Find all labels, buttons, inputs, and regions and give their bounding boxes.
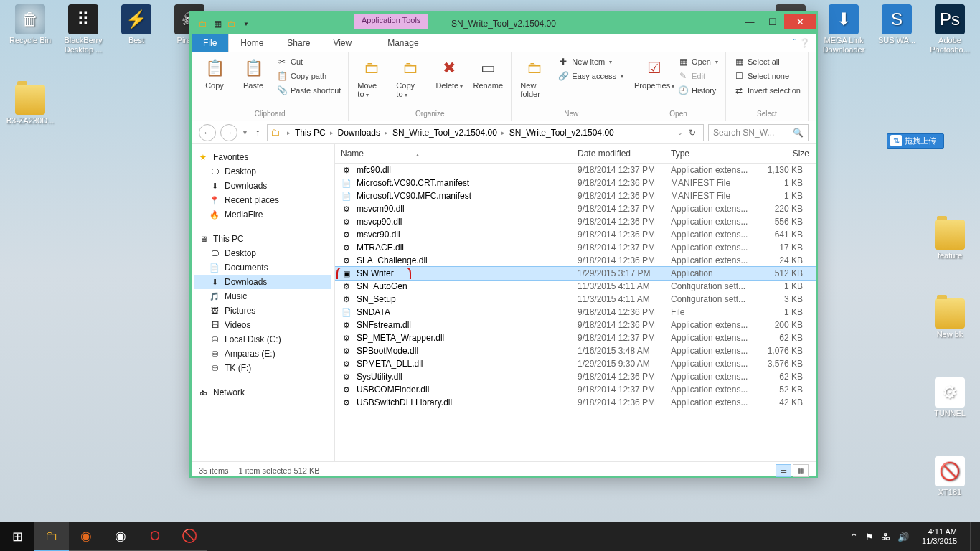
titlebar[interactable]: 🗀 ▦ 🗀 ▼ Application Tools SN_Write_Tool_…	[192, 14, 816, 34]
search-input[interactable]: Search SN_W...🔍	[708, 124, 809, 141]
file-row[interactable]: ⚙mfc90.dll9/18/2014 12:37 PMApplication …	[335, 164, 816, 176]
tab-share[interactable]: Share	[275, 34, 321, 52]
properties-button[interactable]: ☑Properties▾	[637, 55, 672, 91]
tab-file[interactable]: File	[192, 34, 228, 52]
copy-to-button[interactable]: 🗀Copy to▾	[393, 55, 428, 100]
paste-shortcut-button[interactable]: 📎Paste shortcut	[275, 84, 342, 97]
file-row[interactable]: ⚙SLA_Challenge.dll9/18/2014 12:36 PMAppl…	[335, 254, 816, 267]
refresh-button[interactable]: ↻	[684, 128, 700, 138]
file-row[interactable]: ⚙SN_AutoGen11/3/2015 4:11 AMConfiguratio…	[335, 280, 816, 293]
nav-item-documents[interactable]: 📄Documents	[194, 260, 331, 275]
open-button[interactable]: ▦Open▾	[676, 55, 720, 68]
nav-item-mediafire[interactable]: 🔥MediaFire	[194, 207, 331, 222]
maximize-button[interactable]: ☐	[761, 14, 784, 29]
nav-item-tk-f-[interactable]: ⛁TK (F:)	[194, 361, 331, 375]
new-folder-button[interactable]: 🗀New folder	[517, 55, 552, 100]
file-row[interactable]: 📄Microsoft.VC90.CRT.manifest9/18/2014 12…	[335, 176, 816, 189]
start-button[interactable]: ⊞	[0, 522, 34, 551]
crumb-folder2[interactable]: SN_Write_Tool_v2.1504.00	[509, 128, 614, 138]
tab-home[interactable]: Home	[228, 34, 275, 52]
qat-newfolder-icon[interactable]: 🗀	[226, 18, 237, 29]
file-row[interactable]: ⚙msvcr90.dll9/18/2014 12:36 PMApplicatio…	[335, 228, 816, 241]
desktop-blackberry[interactable]: ⠿BlackBerry Desktop ...	[57, 4, 109, 55]
file-row[interactable]: ⚙MTRACE.dll9/18/2014 12:37 PMApplication…	[335, 241, 816, 254]
file-row[interactable]: ⚙msvcm90.dll9/18/2014 12:37 PMApplicatio…	[335, 202, 816, 215]
move-to-button[interactable]: 🗀Move to▾	[354, 55, 389, 100]
task-opera[interactable]: O	[138, 522, 172, 551]
upload-badge[interactable]: 拖拽上传	[887, 133, 944, 149]
col-size[interactable]: Size	[758, 144, 816, 163]
context-tab-application-tools[interactable]: Application Tools	[354, 14, 428, 29]
file-list[interactable]: ⚙mfc90.dll9/18/2014 12:37 PMApplication …	[335, 164, 816, 461]
copy-button[interactable]: 📋Copy	[197, 55, 232, 91]
task-blocked[interactable]: 🚫	[172, 522, 207, 551]
nav-this-pc[interactable]: 🖥This PC	[194, 233, 331, 245]
qat-props-icon[interactable]: ▦	[212, 18, 223, 29]
tray-network-icon[interactable]: 🖧	[881, 532, 890, 542]
close-button[interactable]: ✕	[784, 14, 816, 29]
up-button[interactable]: ↑	[253, 128, 263, 138]
desktop-folder-b3[interactable]: B3-ZA230D...	[4, 85, 56, 126]
desktop-feature[interactable]: feature	[924, 220, 976, 260]
cut-button[interactable]: ✂Cut	[275, 55, 342, 68]
col-name[interactable]: Name ▴	[335, 144, 572, 163]
file-row[interactable]: ⚙SPBootMode.dll1/16/2015 3:48 AMApplicat…	[335, 344, 816, 357]
file-row[interactable]: ⚙SN_Setup11/3/2015 4:11 AMConfiguration …	[335, 293, 816, 306]
nav-item-amparas-e-[interactable]: ⛁Amparas (E:)	[194, 347, 331, 361]
view-large-button[interactable]: ▦	[793, 464, 809, 477]
nav-item-recent-places[interactable]: 📍Recent places	[194, 193, 331, 207]
nav-network[interactable]: 🖧Network	[194, 387, 331, 398]
forward-button[interactable]: →	[220, 124, 237, 141]
desktop-best[interactable]: ⚡Best	[110, 4, 162, 45]
task-explorer[interactable]: 🗀	[34, 522, 69, 551]
file-row[interactable]: 📄Microsoft.VC90.MFC.manifest9/18/2014 12…	[335, 189, 816, 202]
clock[interactable]: 4:11 AM11/3/2015	[916, 527, 963, 546]
desktop-tunnel[interactable]: ⚙TUNNEL	[924, 377, 976, 418]
task-chrome[interactable]: ◉	[103, 522, 138, 551]
desktop-recycle-bin[interactable]: 🗑Recycle Bin	[4, 4, 56, 45]
address-bar[interactable]: 🗀 ▸ This PC▸ Downloads▸ SN_Write_Tool_v2…	[267, 124, 704, 141]
nav-item-pictures[interactable]: 🖼Pictures	[194, 303, 331, 318]
tray-flag-icon[interactable]: ⚑	[865, 532, 874, 542]
file-row[interactable]: 📄SNDATA9/18/2014 12:36 PMFile1 KB	[335, 306, 816, 319]
back-button[interactable]: ←	[199, 124, 216, 141]
file-row[interactable]: ▣SN Writer1/29/2015 3:17 PMApplication51…	[335, 267, 816, 280]
paste-button[interactable]: 📋Paste	[236, 55, 270, 91]
recent-dropdown-icon[interactable]: ▼	[242, 129, 248, 136]
nav-item-desktop[interactable]: 🖵Desktop	[194, 164, 331, 179]
tray-volume-icon[interactable]: 🔊	[897, 532, 909, 542]
nav-item-downloads[interactable]: ⬇Downloads	[194, 275, 331, 289]
col-type[interactable]: Type	[665, 144, 758, 163]
addr-dropdown-icon[interactable]: ⌄	[677, 129, 683, 136]
col-date[interactable]: Date modified	[572, 144, 665, 163]
desktop-photoshop[interactable]: PsAdobe Photosho...	[924, 4, 976, 55]
file-row[interactable]: ⚙SPMETA_DLL.dll1/29/2015 9:30 AMApplicat…	[335, 357, 816, 370]
tab-manage[interactable]: Manage	[376, 34, 430, 52]
file-row[interactable]: ⚙SP_META_Wrapper.dll9/18/2014 12:37 PMAp…	[335, 331, 816, 344]
desktop-mega[interactable]: ⬇MEGA Link Downloader	[818, 4, 870, 55]
nav-favorites[interactable]: ★Favorites	[194, 151, 331, 163]
edit-button[interactable]: ✎Edit	[676, 70, 720, 83]
nav-item-desktop[interactable]: 🖵Desktop	[194, 246, 331, 260]
crumb-folder1[interactable]: SN_Write_Tool_v2.1504.00	[392, 128, 497, 138]
collapse-ribbon-icon[interactable]: ˆ	[793, 38, 796, 48]
select-all-button[interactable]: ▦Select all	[732, 55, 802, 68]
minimize-button[interactable]: —	[738, 14, 761, 29]
view-details-button[interactable]: ☰	[776, 464, 791, 477]
easy-access-button[interactable]: 🔗Easy access▾	[556, 70, 625, 83]
file-row[interactable]: ⚙USBCOMFinder.dll9/18/2014 12:37 PMAppli…	[335, 383, 816, 396]
tray-up-icon[interactable]: ⌃	[850, 532, 858, 542]
desktop-sus[interactable]: SSUS WA...	[871, 4, 923, 45]
tab-view[interactable]: View	[321, 34, 363, 52]
crumb-this-pc[interactable]: This PC	[295, 128, 326, 138]
copy-path-button[interactable]: 📋Copy path	[275, 70, 342, 83]
nav-item-downloads[interactable]: ⬇Downloads	[194, 179, 331, 193]
file-row[interactable]: ⚙msvcp90.dll9/18/2014 12:36 PMApplicatio…	[335, 215, 816, 228]
rename-button[interactable]: ▭Rename	[471, 55, 505, 91]
crumb-downloads[interactable]: Downloads	[338, 128, 380, 138]
nav-item-music[interactable]: 🎵Music	[194, 289, 331, 303]
qat-dropdown-icon[interactable]: ▼	[240, 18, 252, 29]
task-firefox[interactable]: ◉	[69, 522, 103, 551]
desktop-newbk[interactable]: New bk	[924, 298, 976, 339]
show-desktop-button[interactable]	[970, 522, 976, 551]
